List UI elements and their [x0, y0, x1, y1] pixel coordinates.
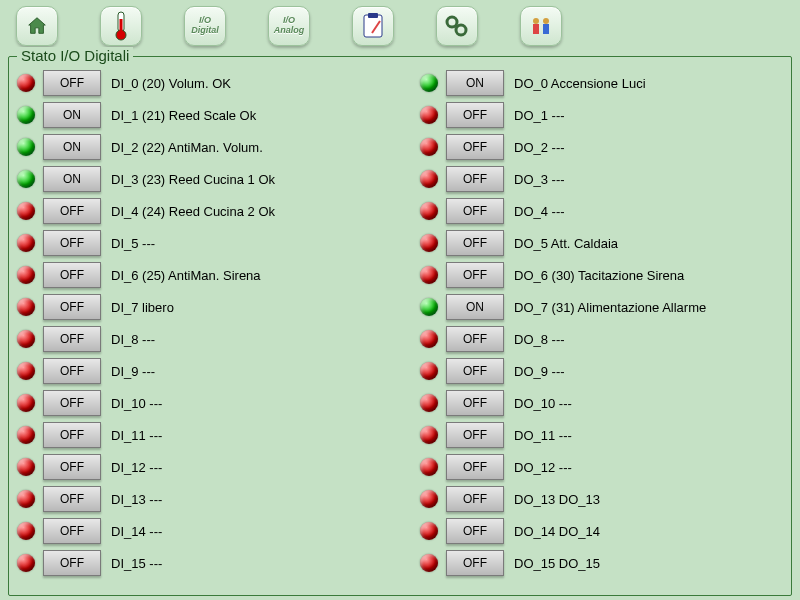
do-toggle-6[interactable]: OFF — [446, 262, 504, 288]
di-toggle-7[interactable]: OFF — [43, 294, 101, 320]
di-column: OFFDI_0 (20) Volum. OKONDI_1 (21) Reed S… — [17, 67, 380, 579]
di-label: DI_10 --- — [111, 396, 162, 411]
do-toggle-2[interactable]: OFF — [446, 134, 504, 160]
home-icon — [26, 15, 48, 37]
do-row: OFFDO_13 DO_13 — [420, 483, 783, 515]
do-row: OFFDO_10 --- — [420, 387, 783, 419]
do-toggle-13[interactable]: OFF — [446, 486, 504, 512]
di-toggle-8[interactable]: OFF — [43, 326, 101, 352]
do-row: OFFDO_6 (30) Tacitazione Sirena — [420, 259, 783, 291]
status-led — [17, 490, 35, 508]
do-toggle-1[interactable]: OFF — [446, 102, 504, 128]
do-label: DO_3 --- — [514, 172, 565, 187]
status-led — [17, 106, 35, 124]
status-led — [17, 522, 35, 540]
do-toggle-3[interactable]: OFF — [446, 166, 504, 192]
di-row: OFFDI_9 --- — [17, 355, 380, 387]
svg-rect-9 — [533, 24, 539, 34]
do-row: OFFDO_12 --- — [420, 451, 783, 483]
svg-rect-2 — [120, 19, 123, 35]
do-label: DO_10 --- — [514, 396, 572, 411]
status-led — [420, 234, 438, 252]
settings-button[interactable] — [436, 6, 478, 46]
di-row: ONDI_3 (23) Reed Cucina 1 Ok — [17, 163, 380, 195]
do-row: OFFDO_4 --- — [420, 195, 783, 227]
notes-button[interactable] — [352, 6, 394, 46]
svg-rect-4 — [368, 13, 378, 18]
do-label: DO_11 --- — [514, 428, 572, 443]
do-label: DO_9 --- — [514, 364, 565, 379]
di-row: OFFDI_14 --- — [17, 515, 380, 547]
users-button[interactable] — [520, 6, 562, 46]
do-label: DO_12 --- — [514, 460, 572, 475]
svg-point-6 — [447, 17, 457, 27]
di-toggle-2[interactable]: ON — [43, 134, 101, 160]
do-toggle-8[interactable]: OFF — [446, 326, 504, 352]
status-led — [17, 298, 35, 316]
di-row: OFFDI_0 (20) Volum. OK — [17, 67, 380, 99]
di-toggle-9[interactable]: OFF — [43, 358, 101, 384]
status-led — [420, 394, 438, 412]
status-led — [17, 138, 35, 156]
status-led — [17, 554, 35, 572]
di-toggle-10[interactable]: OFF — [43, 390, 101, 416]
do-label: DO_6 (30) Tacitazione Sirena — [514, 268, 684, 283]
status-led — [420, 170, 438, 188]
di-toggle-13[interactable]: OFF — [43, 486, 101, 512]
do-toggle-11[interactable]: OFF — [446, 422, 504, 448]
status-led — [420, 458, 438, 476]
do-toggle-7[interactable]: ON — [446, 294, 504, 320]
di-toggle-6[interactable]: OFF — [43, 262, 101, 288]
temperature-button[interactable] — [100, 6, 142, 46]
do-toggle-14[interactable]: OFF — [446, 518, 504, 544]
do-label: DO_1 --- — [514, 108, 565, 123]
status-led — [420, 202, 438, 220]
di-toggle-1[interactable]: ON — [43, 102, 101, 128]
di-toggle-0[interactable]: OFF — [43, 70, 101, 96]
di-row: OFFDI_12 --- — [17, 451, 380, 483]
status-led — [17, 266, 35, 284]
do-toggle-5[interactable]: OFF — [446, 230, 504, 256]
do-label: DO_4 --- — [514, 204, 565, 219]
status-led — [420, 330, 438, 348]
do-toggle-0[interactable]: ON — [446, 70, 504, 96]
do-label: DO_8 --- — [514, 332, 565, 347]
do-label: DO_15 DO_15 — [514, 556, 600, 571]
status-led — [420, 298, 438, 316]
status-led — [17, 234, 35, 252]
thermometer-icon — [114, 11, 128, 41]
io-analog-label: I/O Analog — [269, 16, 309, 36]
do-toggle-4[interactable]: OFF — [446, 198, 504, 224]
do-toggle-10[interactable]: OFF — [446, 390, 504, 416]
status-led — [17, 170, 35, 188]
do-row: ONDO_7 (31) Alimentazione Allarme — [420, 291, 783, 323]
do-toggle-9[interactable]: OFF — [446, 358, 504, 384]
di-toggle-4[interactable]: OFF — [43, 198, 101, 224]
do-row: OFFDO_15 DO_15 — [420, 547, 783, 579]
do-toggle-12[interactable]: OFF — [446, 454, 504, 480]
di-toggle-5[interactable]: OFF — [43, 230, 101, 256]
do-row: OFFDO_9 --- — [420, 355, 783, 387]
home-button[interactable] — [16, 6, 58, 46]
do-row: OFFDO_1 --- — [420, 99, 783, 131]
di-toggle-15[interactable]: OFF — [43, 550, 101, 576]
io-analog-button[interactable]: I/O Analog — [268, 6, 310, 46]
di-toggle-3[interactable]: ON — [43, 166, 101, 192]
do-label: DO_5 Att. Caldaia — [514, 236, 618, 251]
di-row: OFFDI_5 --- — [17, 227, 380, 259]
status-led — [420, 554, 438, 572]
svg-rect-3 — [364, 15, 382, 37]
io-digital-panel: Stato I/O Digitali OFFDI_0 (20) Volum. O… — [8, 56, 792, 596]
status-led — [17, 74, 35, 92]
status-led — [17, 458, 35, 476]
di-toggle-14[interactable]: OFF — [43, 518, 101, 544]
di-toggle-12[interactable]: OFF — [43, 454, 101, 480]
di-row: OFFDI_8 --- — [17, 323, 380, 355]
io-digital-button[interactable]: I/O Digital — [184, 6, 226, 46]
do-toggle-15[interactable]: OFF — [446, 550, 504, 576]
toolbar: I/O Digital I/O Analog — [0, 0, 800, 50]
io-digital-label: I/O Digital — [185, 16, 225, 36]
di-row: ONDI_1 (21) Reed Scale Ok — [17, 99, 380, 131]
di-toggle-11[interactable]: OFF — [43, 422, 101, 448]
status-led — [420, 106, 438, 124]
